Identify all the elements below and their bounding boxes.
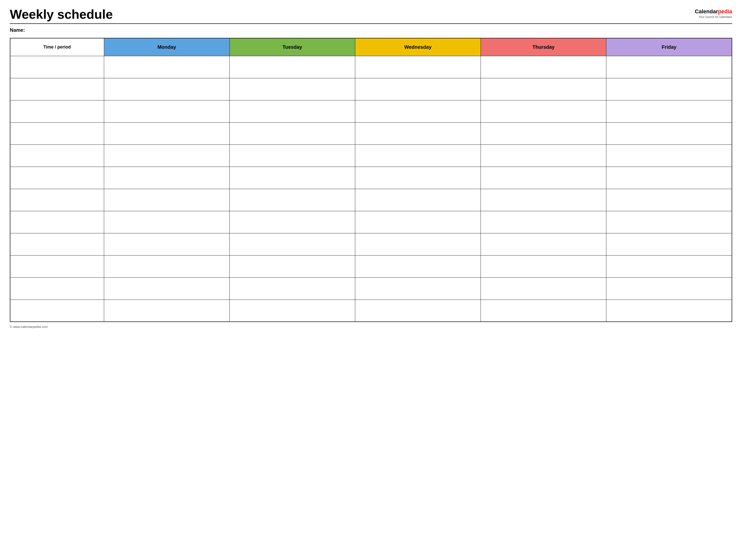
col-wednesday: Wednesday xyxy=(355,38,481,56)
table-cell[interactable] xyxy=(606,78,732,100)
table-cell[interactable] xyxy=(355,78,481,100)
table-cell[interactable] xyxy=(355,299,481,322)
table-cell[interactable] xyxy=(229,189,355,211)
table-cell[interactable] xyxy=(481,211,606,233)
table-cell[interactable] xyxy=(606,167,732,189)
table-row xyxy=(10,78,732,100)
table-cell[interactable] xyxy=(104,100,229,122)
table-cell[interactable] xyxy=(10,299,104,322)
table-cell[interactable] xyxy=(355,167,481,189)
table-cell[interactable] xyxy=(104,255,229,277)
table-cell[interactable] xyxy=(355,233,481,255)
table-cell[interactable] xyxy=(606,145,732,167)
table-cell[interactable] xyxy=(481,299,606,322)
logo-black-text: Calendar xyxy=(695,8,718,14)
table-cell[interactable] xyxy=(10,277,104,299)
table-cell[interactable] xyxy=(229,167,355,189)
table-row xyxy=(10,277,732,299)
table-cell[interactable] xyxy=(481,233,606,255)
table-cell[interactable] xyxy=(229,277,355,299)
name-label: Name: xyxy=(10,27,732,33)
table-cell[interactable] xyxy=(355,189,481,211)
table-cell[interactable] xyxy=(481,167,606,189)
table-cell[interactable] xyxy=(10,233,104,255)
table-cell[interactable] xyxy=(104,145,229,167)
table-cell[interactable] xyxy=(229,255,355,277)
table-cell[interactable] xyxy=(10,211,104,233)
table-row xyxy=(10,189,732,211)
table-cell[interactable] xyxy=(104,233,229,255)
table-cell[interactable] xyxy=(355,56,481,78)
table-cell[interactable] xyxy=(229,56,355,78)
table-cell[interactable] xyxy=(355,255,481,277)
table-cell[interactable] xyxy=(481,56,606,78)
table-cell[interactable] xyxy=(229,122,355,145)
table-cell[interactable] xyxy=(104,277,229,299)
table-cell[interactable] xyxy=(10,78,104,100)
col-friday: Friday xyxy=(606,38,732,56)
table-cell[interactable] xyxy=(104,56,229,78)
table-cell[interactable] xyxy=(606,277,732,299)
table-cell[interactable] xyxy=(481,277,606,299)
table-cell[interactable] xyxy=(104,167,229,189)
table-row xyxy=(10,167,732,189)
table-row xyxy=(10,211,732,233)
table-cell[interactable] xyxy=(104,122,229,145)
table-cell[interactable] xyxy=(104,211,229,233)
table-cell[interactable] xyxy=(10,189,104,211)
table-cell[interactable] xyxy=(10,145,104,167)
table-cell[interactable] xyxy=(606,189,732,211)
logo-red-text: pedia xyxy=(718,8,732,14)
table-cell[interactable] xyxy=(481,189,606,211)
col-tuesday: Tuesday xyxy=(229,38,355,56)
table-cell[interactable] xyxy=(229,100,355,122)
schedule-table: Time / period Monday Tuesday Wednesday T… xyxy=(10,38,732,322)
title-section: Weekly schedule xyxy=(10,7,113,21)
table-cell[interactable] xyxy=(10,100,104,122)
table-cell[interactable] xyxy=(10,255,104,277)
table-cell[interactable] xyxy=(229,233,355,255)
table-cell[interactable] xyxy=(355,277,481,299)
table-cell[interactable] xyxy=(355,211,481,233)
table-row xyxy=(10,100,732,122)
logo-subtitle: Your source for calendars xyxy=(695,15,732,19)
table-cell[interactable] xyxy=(10,167,104,189)
table-cell[interactable] xyxy=(481,122,606,145)
table-cell[interactable] xyxy=(606,255,732,277)
table-row xyxy=(10,233,732,255)
footer: © www.calendarpedia.com xyxy=(10,325,732,329)
table-cell[interactable] xyxy=(606,56,732,78)
col-thursday: Thursday xyxy=(481,38,606,56)
page-title: Weekly schedule xyxy=(10,7,113,21)
table-cell[interactable] xyxy=(229,299,355,322)
page-header: Weekly schedule Calendarpedia Your sourc… xyxy=(10,7,732,21)
table-cell[interactable] xyxy=(355,122,481,145)
table-row xyxy=(10,255,732,277)
table-cell[interactable] xyxy=(229,145,355,167)
table-cell[interactable] xyxy=(355,100,481,122)
table-cell[interactable] xyxy=(10,122,104,145)
table-row xyxy=(10,122,732,145)
col-time: Time / period xyxy=(10,38,104,56)
table-cell[interactable] xyxy=(606,299,732,322)
table-cell[interactable] xyxy=(481,78,606,100)
table-cell[interactable] xyxy=(229,78,355,100)
table-cell[interactable] xyxy=(104,78,229,100)
table-cell[interactable] xyxy=(606,100,732,122)
table-cell[interactable] xyxy=(104,189,229,211)
table-cell[interactable] xyxy=(481,145,606,167)
header-divider xyxy=(10,23,732,24)
table-cell[interactable] xyxy=(355,145,481,167)
table-cell[interactable] xyxy=(229,211,355,233)
table-cell[interactable] xyxy=(104,299,229,322)
table-cell[interactable] xyxy=(10,56,104,78)
table-cell[interactable] xyxy=(606,233,732,255)
header-row: Time / period Monday Tuesday Wednesday T… xyxy=(10,38,732,56)
footer-text: © www.calendarpedia.com xyxy=(10,325,48,329)
table-cell[interactable] xyxy=(606,211,732,233)
table-cell[interactable] xyxy=(606,122,732,145)
schedule-body xyxy=(10,56,732,322)
logo-container: Calendarpedia Your source for calendars xyxy=(695,8,732,19)
table-cell[interactable] xyxy=(481,255,606,277)
table-cell[interactable] xyxy=(481,100,606,122)
